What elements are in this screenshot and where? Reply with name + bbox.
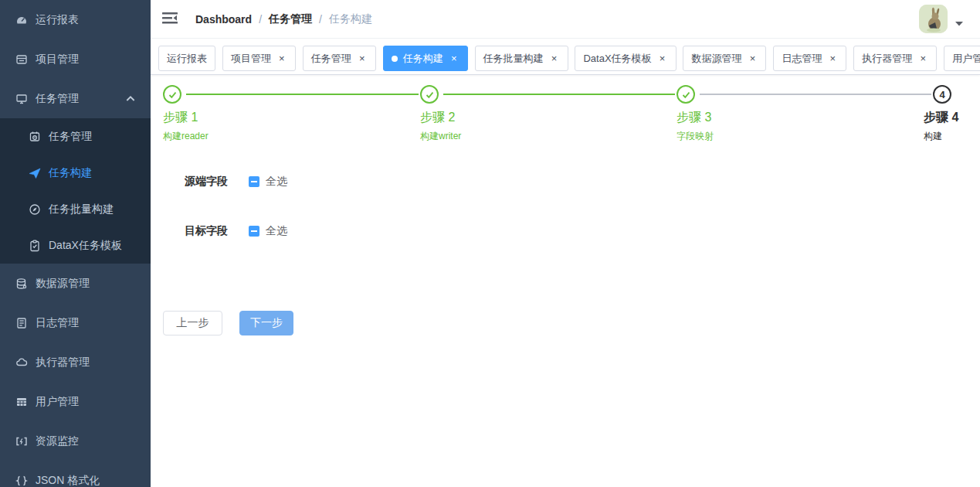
sidebar-item-label: 任务构建 [49,166,92,180]
paper-plane-icon [29,167,41,179]
step-2-description: 构建writer [420,130,461,143]
tab-label: 任务批量构建 [483,52,544,66]
sidebar-item-datasource[interactable]: 数据源管理 [0,264,151,303]
step-2-check-icon [420,85,439,104]
target-select-all[interactable]: 全选 [249,224,287,238]
sidebar-item-resource-monitor[interactable]: 资源监控 [0,421,151,461]
source-fields-label: 源端字段 [163,175,228,189]
sidebar-submenu-task-management: 任务管理 任务构建 任务批量构建 [0,118,151,264]
tab-datasource[interactable]: 数据源管理× [683,46,766,71]
sidebar-item-log[interactable]: 日志管理 [0,303,151,342]
navbar: Dashboard / 任务管理 / 任务构建 [151,0,980,39]
cloud-icon [15,356,28,369]
project-icon [15,53,28,66]
sidebar-item-label: 执行器管理 [36,356,90,370]
indeterminate-checkbox-icon[interactable] [249,176,259,187]
tab-task-management[interactable]: 任务管理× [303,46,376,71]
tab-datax-template[interactable]: DataX任务模板× [575,46,676,71]
step-connector-1 [186,94,419,95]
tab-label: 用户管理 [952,52,980,66]
close-icon[interactable]: × [276,53,287,64]
step-1-title: 步骤 1 [163,110,198,126]
sidebar-item-task-build[interactable]: 任务构建 [0,155,151,191]
tab-run-report[interactable]: 运行报表 [158,46,215,71]
tab-user[interactable]: 用户管理× [944,46,980,71]
active-dot [392,56,398,62]
tab-executor[interactable]: 执行器管理× [853,46,937,71]
breadcrumb-separator: / [259,13,262,26]
caret-down-icon[interactable] [955,21,963,26]
breadcrumb-home[interactable]: Dashboard [195,13,252,26]
user-avatar[interactable] [919,5,948,33]
sidebar-item-task-management-parent[interactable]: 任务管理 [0,79,151,118]
sidebar-item-label: 任务管理 [36,92,79,106]
step-3-check-icon [677,85,695,104]
sidebar-item-task-management[interactable]: 任务管理 [0,118,151,155]
sidebar-item-datax-task-template[interactable]: DataX任务模板 [0,227,151,264]
close-icon[interactable]: × [449,53,459,64]
json-icon [15,475,28,487]
template-icon [29,240,41,252]
app-root: 运行报表 项目管理 任务管理 [0,0,980,487]
select-all-label[interactable]: 全选 [266,175,287,189]
breadcrumb-section[interactable]: 任务管理 [269,12,312,26]
close-icon[interactable]: × [657,53,668,64]
log-icon [15,317,28,329]
close-icon[interactable]: × [827,53,838,64]
step-connector-2 [443,94,675,95]
sidebar-item-task-batch-build[interactable]: 任务批量构建 [0,191,151,227]
target-fields-label: 目标字段 [163,224,228,238]
tab-task-build[interactable]: 任务构建× [383,46,468,71]
close-icon[interactable]: × [549,53,560,64]
sidebar-item-project[interactable]: 项目管理 [0,39,151,79]
sidebar-item-label: 项目管理 [36,53,79,66]
tab-label: 执行器管理 [862,52,912,66]
step-connector-3 [700,94,931,95]
sidebar: 运行报表 项目管理 任务管理 [0,0,151,487]
tab-label: 项目管理 [231,52,271,66]
close-icon[interactable]: × [357,53,368,64]
hamburger-icon [162,12,178,27]
steps-bar: 步骤 1 构建reader 步骤 2 构建writer 步骤 3 字段映射 4 [163,85,968,153]
sidebar-item-run-report[interactable]: 运行报表 [0,0,151,39]
users-icon [15,396,28,408]
sidebar-item-user[interactable]: 用户管理 [0,382,151,421]
step-1-description: 构建reader [163,130,209,143]
indeterminate-checkbox-icon[interactable] [249,226,259,237]
select-all-label[interactable]: 全选 [266,224,287,238]
chevron-up-icon [124,93,137,105]
tab-label: 任务构建 [403,52,443,66]
sidebar-item-label: 用户管理 [36,395,79,409]
step-4-title: 步骤 4 [924,110,958,126]
sidebar-item-json-format[interactable]: JSON 格式化 [0,461,151,487]
sidebar-item-label: 日志管理 [36,316,79,330]
tab-label: 任务管理 [311,52,351,66]
source-fields-row: 源端字段 全选 [163,175,968,189]
step-4-number-icon: 4 [933,85,951,104]
step-1-check-icon [163,85,181,104]
close-icon[interactable]: × [917,53,928,64]
prev-step-button[interactable]: 上一步 [163,311,222,335]
page-content: 步骤 1 构建reader 步骤 2 构建writer 步骤 3 字段映射 4 [151,75,980,487]
tags-view-bar: 运行报表 项目管理× 任务管理× 任务构建× 任务批量构建× DataX任务模板… [151,39,980,75]
tab-label: 日志管理 [782,52,822,66]
sidebar-toggle-button[interactable] [151,0,189,38]
tab-log[interactable]: 日志管理× [773,46,846,71]
close-icon[interactable]: × [747,53,758,64]
tab-label: 运行报表 [167,52,207,66]
sidebar-item-label: JSON 格式化 [36,474,100,487]
next-step-button[interactable]: 下一步 [239,311,293,335]
tab-project[interactable]: 项目管理× [222,46,296,71]
sidebar-item-label: 运行报表 [36,13,79,27]
schedule-icon [29,131,41,143]
tab-label: DataX任务模板 [583,52,651,66]
tab-task-batch-build[interactable]: 任务批量构建× [475,46,568,71]
breadcrumb-separator: / [319,13,322,26]
sidebar-item-executor[interactable]: 执行器管理 [0,342,151,382]
wizard-actions: 上一步 下一步 [163,311,968,335]
step-4-description: 构建 [924,130,942,143]
sidebar-item-label: DataX任务模板 [49,239,122,253]
source-select-all[interactable]: 全选 [249,175,287,189]
step-3-description: 字段映射 [677,130,714,143]
sidebar-item-label: 任务管理 [49,130,92,144]
